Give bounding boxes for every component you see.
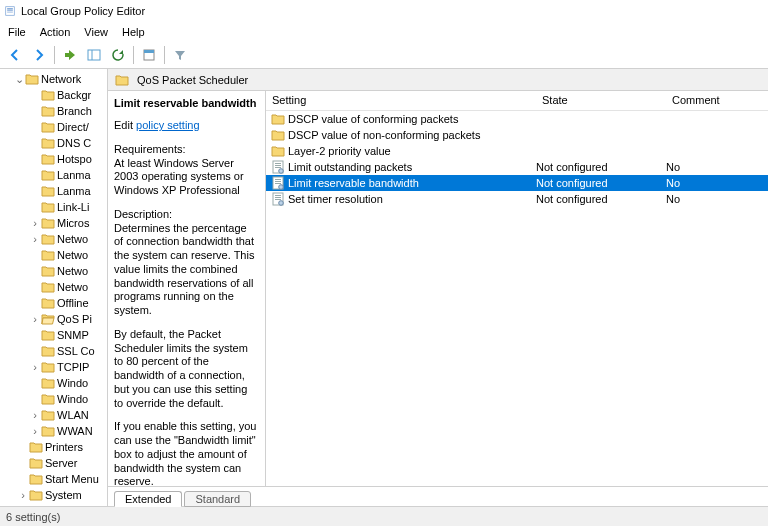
node-title: QoS Packet Scheduler [137,74,248,86]
req-block: Requirements:At least Windows Server 200… [114,143,257,198]
tree-label: Direct/ [57,121,89,133]
content-pane: QoS Packet Scheduler Limit reservable ba… [108,69,768,506]
menu-action[interactable]: Action [34,24,77,40]
separator [133,46,134,64]
tree-label: Lanma [57,169,91,181]
col-comment[interactable]: Comment [666,91,768,110]
list-row[interactable]: Set timer resolutionNot configuredNo [266,191,768,207]
titlebar: Local Group Policy Editor [0,0,768,22]
tree-node[interactable]: Direct/ [0,119,107,135]
tree-label: DNS C [57,137,91,149]
folder-icon [41,248,55,262]
back-button[interactable] [4,44,26,66]
tree-node[interactable]: Server [0,455,107,471]
properties-button[interactable] [138,44,160,66]
list-row[interactable]: DSCP value of non-conforming packets [266,127,768,143]
chevron-right-icon[interactable]: › [30,313,40,325]
row-setting: Limit outstanding packets [288,161,536,173]
folder-icon [41,312,55,326]
tree-label: Netwo [57,281,88,293]
list-row[interactable]: Layer-2 priority value [266,143,768,159]
folder-icon [41,184,55,198]
list-row[interactable]: Limit outstanding packetsNot configuredN… [266,159,768,175]
chevron-right-icon[interactable]: › [30,409,40,421]
row-comment: No [666,193,768,205]
tree-label: Branch [57,105,92,117]
tree-node[interactable]: ›TCPIP [0,359,107,375]
tree-label: SSL Co [57,345,95,357]
chevron-right-icon[interactable]: › [30,425,40,437]
menu-help[interactable]: Help [116,24,151,40]
tree-node[interactable]: Lanma [0,183,107,199]
chevron-right-icon[interactable]: › [30,217,40,229]
folder-icon [41,296,55,310]
tree-label: WLAN [57,409,89,421]
folder-icon [41,168,55,182]
tree-node[interactable]: ›Micros [0,215,107,231]
tree-node[interactable]: Offline [0,295,107,311]
tab-standard[interactable]: Standard [184,491,251,507]
tree-node[interactable]: Branch [0,103,107,119]
window-title: Local Group Policy Editor [21,5,145,17]
tree-node[interactable]: Lanma [0,167,107,183]
folder-icon [41,104,55,118]
tree-label: Network [41,73,81,85]
folder-icon [41,424,55,438]
list-row[interactable]: DSCP value of conforming packets [266,111,768,127]
up-button[interactable] [59,44,81,66]
tree-node[interactable]: ›System [0,487,107,503]
svg-rect-11 [275,163,281,164]
description-pane: Limit reservable bandwidth Edit policy s… [108,91,266,486]
folder-icon [41,200,55,214]
tree-node[interactable]: Netwo [0,263,107,279]
tree-node[interactable]: ›WWAN [0,423,107,439]
list-row[interactable]: Limit reservable bandwidthNot configured… [266,175,768,191]
menu-file[interactable]: File [2,24,32,40]
tree-node[interactable]: Link-Li [0,199,107,215]
folder-icon [41,344,55,358]
tree-node[interactable]: SSL Co [0,343,107,359]
tree-node[interactable]: ›Netwo [0,231,107,247]
folder-icon [41,216,55,230]
svg-rect-13 [275,167,281,168]
tab-extended[interactable]: Extended [114,491,182,507]
menu-view[interactable]: View [78,24,114,40]
tree-node[interactable]: SNMP [0,327,107,343]
tree-node[interactable]: ›WLAN [0,407,107,423]
svg-point-24 [279,201,284,206]
chevron-right-icon[interactable]: › [30,233,40,245]
toolbar [0,41,768,69]
forward-button[interactable] [28,44,50,66]
col-state[interactable]: State [536,91,666,110]
tree-node-network[interactable]: ⌄ Network [0,71,107,87]
tree-node[interactable]: Netwo [0,279,107,295]
col-setting[interactable]: Setting [266,91,536,110]
tree-node[interactable]: Windo [0,375,107,391]
chevron-right-icon[interactable]: › [30,361,40,373]
folder-icon [41,408,55,422]
edit-policy-link[interactable]: policy setting [136,119,200,131]
show-hide-tree-button[interactable] [83,44,105,66]
tree-label: System [45,489,82,501]
tree-pane[interactable]: ⌄ Network BackgrBranchDirect/DNS CHotspo… [0,69,108,506]
chevron-right-icon[interactable]: › [18,489,28,501]
statusbar: 6 setting(s) [0,506,768,526]
tree-node[interactable]: Printers [0,439,107,455]
filter-button[interactable] [169,44,191,66]
separator [164,46,165,64]
chevron-down-icon[interactable]: ⌄ [14,73,24,86]
tree-label: Windo [57,377,88,389]
tree-node[interactable]: ›QoS Pi [0,311,107,327]
tree-label: WWAN [57,425,93,437]
view-tabs: Extended Standard [108,486,768,506]
tree-node[interactable]: Windo [0,391,107,407]
list-header[interactable]: Setting State Comment [266,91,768,111]
tree-node[interactable]: Backgr [0,87,107,103]
tree-node[interactable]: Netwo [0,247,107,263]
tree-node[interactable]: Start Menu [0,471,107,487]
edit-policy-line: Edit policy setting [114,119,257,133]
tree-node[interactable]: Hotspo [0,151,107,167]
tree-node[interactable]: DNS C [0,135,107,151]
refresh-button[interactable] [107,44,129,66]
svg-rect-1 [7,8,13,9]
